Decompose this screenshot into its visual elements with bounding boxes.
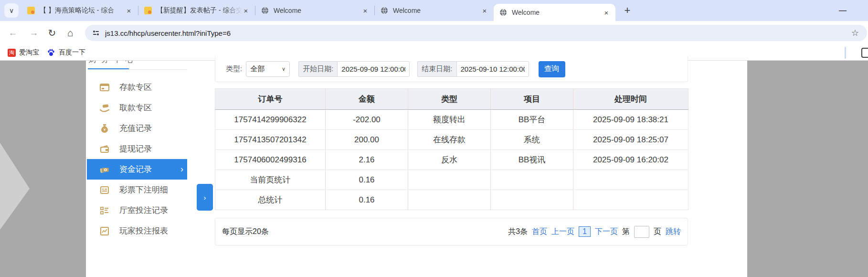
sidebar-item-withdrawal-records[interactable]: 提现记录 — [87, 138, 187, 159]
address-bar[interactable]: js13.cc/hhcp/usercenter.html?iniType=6 ☆ — [85, 25, 867, 41]
cell-amount: 0.16 — [326, 190, 408, 210]
minimize-icon: — — [839, 6, 847, 15]
sidebar-item-label: 存款专区 — [119, 82, 152, 93]
sidebar-item-label: 充值记录 — [119, 123, 152, 134]
browser-toolbar: ← → ↻ ⌂ js13.cc/hhcp/usercenter.html?ini… — [0, 21, 868, 45]
taobao-icon: 淘 — [8, 49, 16, 57]
player-report-icon — [99, 226, 110, 236]
forum-icon — [27, 7, 35, 14]
close-icon[interactable]: × — [361, 6, 370, 15]
column-header-type: 类型 — [408, 89, 491, 110]
url-text[interactable]: js13.cc/hhcp/usercenter.html?iniType=6 — [105, 29, 850, 37]
tab-title: Welcome — [274, 7, 361, 14]
chevron-right-icon: › — [180, 164, 183, 174]
sidebar-item-label: 彩票下注明细 — [119, 184, 168, 195]
sidebar-item-recharge-records[interactable]: ¥ 充值记录 — [87, 118, 187, 138]
cell-summary-label: 总统计 — [215, 190, 326, 210]
jump-page-input[interactable] — [634, 226, 649, 238]
tab-forum[interactable]: 【 】海燕策略论坛 - 综合 × — [21, 0, 138, 21]
close-icon[interactable]: × — [125, 6, 133, 15]
prev-page-link[interactable]: 上一页 — [551, 227, 574, 237]
close-icon[interactable]: × — [242, 6, 250, 15]
back-button[interactable]: ← — [5, 25, 21, 41]
sidebar-item-fund-records[interactable]: 资金记录 › — [87, 159, 187, 180]
table-row: 1757406002499316 2.16 反水 BB视讯 2025-09-09… — [215, 150, 688, 170]
sidebar-item-deposit-zone[interactable]: 存款专区 — [87, 77, 187, 97]
fund-cards-icon — [99, 164, 110, 175]
cell-time: 2025-09-09 16:20:02 — [573, 150, 688, 170]
sidebar-item-label: 取款专区 — [119, 102, 152, 113]
tab-welcome-1[interactable]: Welcome × — [255, 0, 374, 21]
cell-order-no: 1757414299906322 — [215, 110, 326, 130]
baidu-paw-icon — [47, 48, 55, 57]
cell-order-no: 1757413507201342 — [215, 130, 326, 150]
cell-amount: 200.00 — [326, 130, 408, 150]
jump-link[interactable]: 跳转 — [666, 227, 681, 237]
svg-text:¥: ¥ — [103, 128, 106, 132]
column-header-project: 项目 — [491, 89, 573, 110]
table-row: 1757414299906322 -202.00 额度转出 BB平台 2025-… — [215, 110, 688, 130]
tab-post[interactable]: 【新提醒】发表帖子 - 综合交流 × — [138, 0, 255, 21]
column-header-order-no: 订单号 — [215, 89, 326, 110]
cell-time: 2025-09-09 18:25:07 — [573, 130, 688, 150]
bookmark-baidu[interactable]: 百度一下 — [47, 48, 85, 57]
sidebar-item-label: 厅室投注记录 — [119, 205, 168, 216]
column-header-process-time: 处理时间 — [573, 89, 688, 110]
start-date-label: 开始日期: — [298, 61, 337, 77]
close-icon[interactable]: × — [602, 8, 611, 17]
bookmark-aitaobao[interactable]: 淘 爱淘宝 — [8, 48, 39, 57]
cell-amount: -202.00 — [326, 110, 408, 130]
cell-amount: 2.16 — [326, 150, 408, 170]
forward-button[interactable]: → — [26, 25, 42, 41]
cell-time: 2025-09-09 18:38:21 — [573, 110, 688, 130]
bookmarks-folder-icon[interactable] — [861, 48, 868, 58]
sidebar-item-player-bet-report[interactable]: 玩家投注报表 — [87, 221, 187, 241]
tab-strip: ∨ 【 】海燕策略论坛 - 综合 × 【新提醒】发表帖子 - 综合交流 × We… — [0, 0, 868, 21]
tab-search-button[interactable]: ∨ — [4, 3, 19, 18]
type-select[interactable]: 全部 ∨ — [246, 61, 290, 77]
cell-type: 额度转出 — [408, 110, 491, 130]
forward-arrow-icon: → — [30, 28, 39, 38]
end-date-input[interactable] — [456, 61, 529, 77]
total-count-text: 共3条 — [508, 227, 528, 237]
browser-window: ∨ 【 】海燕策略论坛 - 综合 × 【新提醒】发表帖子 - 综合交流 × We… — [0, 0, 868, 277]
tab-title: 【 】海燕策略论坛 - 综合 — [40, 6, 125, 15]
page-background: 财务中心 存款专区 取款专区 — [0, 61, 868, 277]
background-triangle-decoration — [0, 143, 30, 230]
tab-title: Welcome — [393, 7, 480, 14]
sidebar-collapse-handle[interactable]: › — [197, 184, 213, 211]
reload-button[interactable]: ↻ — [44, 25, 60, 41]
jump-prefix-text: 第 — [622, 227, 630, 237]
page-size-text: 每页显示20条 — [222, 227, 269, 237]
moneybag-icon: ¥ — [99, 123, 110, 134]
fund-records-table: 订单号 金额 类型 项目 处理时间 1757414299906322 -202.… — [215, 88, 688, 210]
pagination: 共3条 首页 上一页 1 下一页 第 页 跳转 — [508, 226, 681, 238]
wallet-icon — [99, 144, 110, 154]
start-date-input[interactable] — [337, 61, 410, 77]
sidebar-divider — [88, 69, 187, 70]
bookmark-label: 爱淘宝 — [19, 48, 39, 57]
current-page-indicator[interactable]: 1 — [579, 226, 591, 237]
window-minimize-button[interactable]: — — [833, 3, 852, 18]
tab-welcome-active[interactable]: Welcome × — [494, 4, 615, 21]
next-page-link[interactable]: 下一页 — [595, 227, 618, 237]
sidebar-item-withdraw-zone[interactable]: 取款专区 — [87, 97, 187, 118]
query-button[interactable]: 查询 — [539, 61, 565, 77]
forum-icon — [144, 7, 152, 14]
new-tab-button[interactable]: + — [620, 3, 635, 18]
close-icon[interactable]: × — [480, 6, 489, 15]
deposit-card-icon — [99, 82, 110, 93]
site-info-icon[interactable] — [92, 29, 100, 37]
bookmarks-divider — [845, 47, 846, 59]
sidebar-item-room-bet-records[interactable]: 厅室投注记录 — [87, 200, 187, 221]
chevron-down-icon: ∨ — [282, 66, 286, 72]
first-page-link[interactable]: 首页 — [532, 227, 547, 237]
home-button[interactable]: ⌂ — [62, 25, 78, 41]
sidebar-item-lottery-bet-details[interactable]: 彩票下注明细 — [87, 180, 187, 200]
bookmark-star-icon[interactable]: ☆ — [850, 28, 860, 38]
cell-project: 系统 — [491, 130, 573, 150]
tab-welcome-2[interactable]: Welcome × — [375, 0, 494, 21]
bookmark-label: 百度一下 — [59, 48, 85, 57]
cell-amount: 0.16 — [326, 170, 408, 190]
table-row-page-summary: 当前页统计 0.16 — [215, 170, 688, 190]
